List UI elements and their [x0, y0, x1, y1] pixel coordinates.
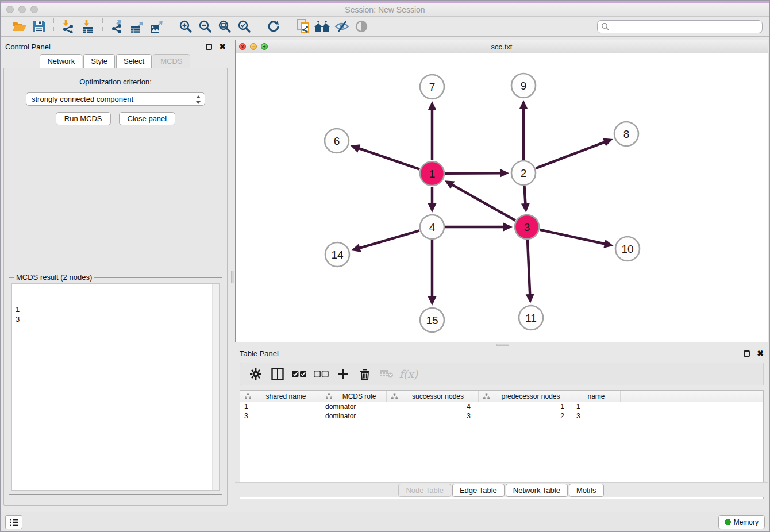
- show-all-button[interactable]: [352, 18, 371, 34]
- cell-shared-name[interactable]: 1: [240, 402, 321, 411]
- graph-node-3[interactable]: 3: [515, 215, 539, 239]
- graph-edge-3-1[interactable]: [445, 180, 515, 220]
- status-bar: Memory: [1, 512, 769, 531]
- svg-text:10: 10: [621, 243, 633, 255]
- open-session-button[interactable]: [10, 18, 29, 34]
- network-canvas[interactable]: 7968124314101511: [236, 53, 768, 342]
- table-row[interactable]: 3dominator323: [240, 411, 763, 421]
- toggle-panel-button[interactable]: [268, 365, 287, 383]
- graph-node-11[interactable]: 11: [519, 306, 543, 330]
- cell-MCDS-role[interactable]: dominator: [321, 402, 387, 411]
- select-all-columns-button[interactable]: [290, 365, 309, 383]
- table-tabs: Node TableEdge TableNetwork TableMotifs: [235, 482, 768, 497]
- save-session-button[interactable]: [29, 18, 49, 34]
- column-header-successor-nodes[interactable]: successor nodes: [387, 391, 479, 402]
- criterion-select[interactable]: strongly connected component: [26, 92, 205, 106]
- graph-edge-2-9[interactable]: [519, 100, 528, 160]
- close-panel-icon[interactable]: ✖: [219, 43, 226, 51]
- cell-successor-nodes[interactable]: 4: [387, 402, 479, 411]
- column-header-name[interactable]: name: [572, 391, 621, 402]
- delete-column-button[interactable]: [355, 365, 375, 383]
- network-graph[interactable]: 7968124314101511: [236, 53, 769, 342]
- trash-icon: [360, 368, 370, 380]
- cell-predecessor-nodes[interactable]: 2: [479, 411, 572, 421]
- vertical-splitter[interactable]: [230, 40, 235, 512]
- result-scrollbar[interactable]: [212, 284, 219, 490]
- graph-edge-3-11[interactable]: [526, 240, 534, 303]
- cell-shared-name[interactable]: 3: [240, 411, 321, 421]
- tab-mcds[interactable]: MCDS: [153, 54, 190, 68]
- tab-style[interactable]: Style: [83, 54, 115, 68]
- run-mcds-button[interactable]: Run MCDS: [56, 112, 111, 125]
- float-panel-icon[interactable]: [206, 44, 212, 50]
- mcds-result-text[interactable]: 13: [11, 283, 220, 491]
- zoom-in-button[interactable]: [176, 18, 195, 34]
- deselect-all-columns-button[interactable]: [311, 365, 331, 383]
- zoom-selected-button[interactable]: [234, 18, 254, 34]
- table-row[interactable]: 1dominator411: [240, 402, 763, 411]
- close-table-panel-icon[interactable]: ✖: [757, 349, 764, 357]
- cell-MCDS-role[interactable]: dominator: [321, 411, 387, 421]
- graph-edge-1-4[interactable]: [428, 187, 437, 213]
- clone-network-button[interactable]: [293, 18, 313, 34]
- graph-node-4[interactable]: 4: [420, 215, 444, 239]
- create-column-button[interactable]: [333, 365, 353, 383]
- cell-successor-nodes[interactable]: 3: [387, 411, 479, 421]
- export-image-button[interactable]: [147, 18, 166, 34]
- table-settings-button[interactable]: [246, 365, 265, 383]
- task-history-button[interactable]: [5, 515, 22, 529]
- function-builder-button[interactable]: f(x): [399, 365, 418, 383]
- tab-motifs[interactable]: Motifs: [569, 484, 604, 497]
- graph-edge-1-7[interactable]: [428, 101, 437, 160]
- graph-edge-2-8[interactable]: [536, 138, 613, 168]
- export-table-button[interactable]: [127, 18, 147, 34]
- graph-edge-4-3[interactable]: [445, 223, 513, 232]
- mcds-result-title: MCDS result (2 nodes): [14, 273, 94, 282]
- graph-edge-3-10[interactable]: [540, 230, 613, 248]
- home-button[interactable]: [313, 18, 332, 34]
- graph-edge-2-3[interactable]: [521, 186, 530, 213]
- tab-network-table[interactable]: Network Table: [506, 484, 568, 497]
- graph-node-10[interactable]: 10: [615, 237, 640, 261]
- refresh-button[interactable]: [264, 18, 283, 34]
- graph-node-15[interactable]: 15: [420, 308, 444, 332]
- graph-node-7[interactable]: 7: [420, 75, 444, 99]
- network-window-titlebar[interactable]: x − + scc.txt: [236, 40, 768, 53]
- tab-network[interactable]: Network: [40, 54, 82, 68]
- graph-edge-1-2[interactable]: [445, 169, 509, 178]
- delete-table-button[interactable]: [377, 365, 396, 383]
- cell-name[interactable]: 1: [572, 402, 621, 411]
- cell-name[interactable]: 3: [572, 411, 621, 421]
- cell-predecessor-nodes[interactable]: 1: [479, 402, 572, 411]
- graph-edge-4-14[interactable]: [351, 230, 419, 252]
- graph-node-1[interactable]: 1: [420, 161, 444, 186]
- title-bar: Session: New Session: [1, 1, 769, 17]
- graph-node-8[interactable]: 8: [614, 122, 638, 146]
- graph-node-2[interactable]: 2: [511, 161, 536, 185]
- import-table-button[interactable]: [78, 18, 98, 34]
- float-table-panel-icon[interactable]: [744, 350, 750, 357]
- eye-icon: [355, 20, 368, 33]
- column-header-MCDS-role[interactable]: MCDS role: [321, 391, 387, 402]
- memory-button[interactable]: Memory: [718, 515, 765, 529]
- close-panel-button[interactable]: Close panel: [119, 112, 176, 125]
- zoom-out-button[interactable]: [195, 18, 215, 34]
- zoom-fit-button[interactable]: [215, 18, 234, 34]
- graph-node-6[interactable]: 6: [325, 129, 349, 153]
- export-network-button[interactable]: [107, 18, 127, 34]
- task-list-icon: [9, 518, 18, 527]
- tab-select[interactable]: Select: [116, 54, 152, 68]
- graph-edge-1-6[interactable]: [351, 144, 420, 169]
- import-network-button[interactable]: [59, 18, 78, 34]
- column-type-icon: [245, 393, 251, 399]
- search-input[interactable]: [597, 20, 763, 33]
- tab-node-table[interactable]: Node Table: [398, 484, 451, 497]
- graph-node-14[interactable]: 14: [325, 242, 349, 267]
- tab-edge-table[interactable]: Edge Table: [452, 484, 505, 497]
- hide-selected-button[interactable]: [332, 18, 352, 34]
- graph-node-9[interactable]: 9: [511, 74, 536, 98]
- column-header-shared-name[interactable]: shared name: [240, 391, 321, 402]
- column-header-predecessor-nodes[interactable]: predecessor nodes: [479, 391, 572, 402]
- zoom-selected-icon: [237, 20, 251, 33]
- graph-edge-4-15[interactable]: [428, 240, 437, 306]
